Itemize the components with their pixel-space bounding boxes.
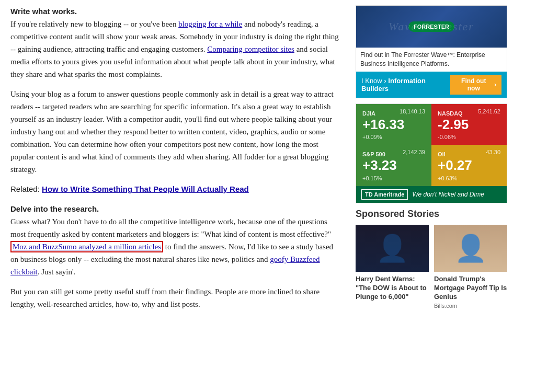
info-builders-label: Information Builders [361,77,426,93]
story-grid: 👤 Harry Dent Warns: "The DOW is About to… [356,225,507,309]
related-line: Related: How to Write Something That Peo… [10,183,340,195]
blogging-link[interactable]: blogging for a while [178,20,242,28]
sp500-cell[interactable]: S&P 500 2,142.39 +3.23 +0.15% [356,145,431,186]
td-tagline: We don't Nickel and Dime [412,191,484,198]
moz-buzzsumo-link[interactable]: Moz and BuzzSumo analyzed a million arti… [10,241,163,252]
ad-iknow-label: I Know › Information Builders [361,77,450,93]
section3-text-end: . Just sayin'. [38,268,76,276]
section1-paragraph: Write what works. If you're relatively n… [10,5,340,80]
td-logo: TD Ameritrade [361,189,408,200]
oil-header: Oil 43.30 [438,149,500,158]
find-out-now-button[interactable]: Find out now › [450,75,502,95]
silhouette-icon: 👤 [376,233,408,263]
ad-top-image: Wave Forrester FORRESTER [356,6,507,48]
oil-value: 43.30 [486,149,500,155]
story-1-headline: Harry Dent Warns: "The DOW is About to P… [356,275,429,302]
ad-banner: Wave Forrester FORRESTER Find out in The… [356,5,507,98]
ad-text-section: Find out in The Forrester Wave™: Enterpr… [356,48,507,72]
story-item-2[interactable]: 👤 Donald Trump's Mortgage Payoff Tip Is … [434,225,507,309]
story-2-source: Bills.com [434,303,507,309]
sp500-change: +3.23 [362,158,425,173]
story-item-1[interactable]: 👤 Harry Dent Warns: "The DOW is About to… [356,225,429,309]
section3-text-before: Guess what? You don't have to do all the… [10,217,331,238]
td-ameritrade-bar[interactable]: TD Ameritrade We don't Nickel and Dime [356,186,507,203]
sp500-value: 2,142.39 [403,149,425,155]
related-label-text: Related: [10,185,42,193]
section3-paragraph: Delve into the research. Guess what? You… [10,203,340,278]
wave-watermark: Wave Forrester [389,20,474,33]
sponsored-title: Sponsored Stories [356,209,507,220]
story-1-image: 👤 [356,225,429,272]
sponsored-stories: Sponsored Stories 👤 Harry Dent Warns: "T… [356,209,507,309]
djia-change: +16.33 [362,117,425,132]
oil-name: Oil [438,151,446,157]
ad-text: Find out in The Forrester Wave™: Enterpr… [360,51,485,67]
djia-pct: +0.09% [362,134,382,140]
nasdaq-header: NASDAQ 5,241.62 [438,108,500,117]
findout-label: Find out now [455,77,493,92]
comparing-sites-link[interactable]: Comparing competitor sites [207,45,294,53]
section1-heading: Write what works. [10,7,77,16]
sp500-header: S&P 500 2,142.39 [362,149,425,158]
oil-pct: +0.63% [438,175,458,181]
oil-change: +0.27 [438,158,500,173]
story-2-image: 👤 [434,225,507,272]
sp500-name: S&P 500 [362,151,385,157]
stock-grid: DJIA 18,140.13 +16.33 +0.09% NASDAQ 5,24… [356,104,507,186]
stock-widget: DJIA 18,140.13 +16.33 +0.09% NASDAQ 5,24… [356,103,507,203]
findout-arrow: › [494,81,496,88]
oil-cell[interactable]: Oil 43.30 +0.27 +0.63% [431,145,507,186]
section3-heading: Delve into the research. [10,204,99,213]
ad-chevron: › [384,77,386,85]
section4-paragraph: But you can still get some pretty useful… [10,285,340,310]
nasdaq-change: -2.95 [438,117,500,132]
djia-cell[interactable]: DJIA 18,140.13 +16.33 +0.09% [356,104,431,145]
trump-face-icon: 👤 [454,233,487,263]
nasdaq-name: NASDAQ [438,110,463,117]
main-content: Write what works. If you're relatively n… [0,5,350,318]
ad-bottom-bar[interactable]: I Know › Information Builders Find out n… [356,72,507,98]
djia-name: DJIA [362,110,375,117]
harry-dent-image: 👤 [356,225,429,272]
trump-image: 👤 [434,225,507,272]
sp500-pct: +0.15% [362,175,382,181]
nasdaq-value: 5,241.62 [478,108,500,114]
djia-header: DJIA 18,140.13 [362,108,425,117]
djia-value: 18,140.13 [400,108,425,114]
story-2-headline: Donald Trump's Mortgage Payoff Tip Is Ge… [434,275,507,302]
nasdaq-cell[interactable]: NASDAQ 5,241.62 -2.95 -0.06% [431,104,507,145]
nasdaq-pct: -0.06% [438,134,456,140]
sidebar: Wave Forrester FORRESTER Find out in The… [350,5,512,318]
section2-paragraph: Using your blog as a forum to answer que… [10,88,340,176]
related-link[interactable]: How to Write Something That People Will … [42,185,249,193]
